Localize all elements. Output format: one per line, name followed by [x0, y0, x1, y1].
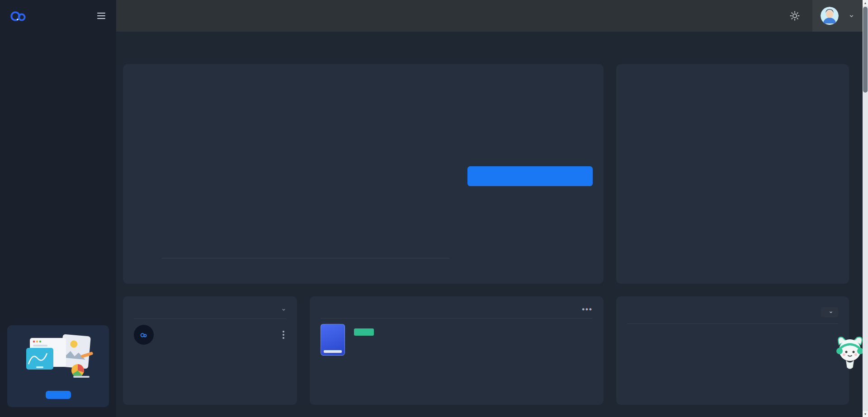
sales-bar-chart: [162, 109, 449, 273]
sales-rank-panel: [467, 91, 593, 273]
annual-sales-card: [123, 64, 604, 284]
theme-toggle-icon[interactable]: [790, 11, 800, 21]
card-api-call-stats: [616, 296, 849, 405]
scroll-up-icon[interactable]: ▲: [863, 0, 868, 6]
scrollbar-thumb[interactable]: [863, 7, 868, 93]
help-card: [7, 325, 109, 407]
ellipsis-menu-icon[interactable]: •••: [582, 307, 593, 312]
card-agent-ranking: [123, 296, 297, 405]
card-product-sales-ranking: •••: [310, 296, 604, 405]
scroll-down-icon[interactable]: ▼: [863, 411, 868, 417]
online-support-button[interactable]: [46, 391, 71, 399]
live2d-mascot[interactable]: [833, 331, 867, 371]
brand-header: [0, 0, 116, 32]
product-tag-badge: [354, 328, 374, 336]
api-date-filter[interactable]: [821, 307, 838, 317]
sidebar: [0, 0, 116, 417]
product-image: [321, 324, 345, 356]
activation-donut-chart: [688, 102, 778, 192]
help-illustration: [20, 331, 97, 380]
user-menu[interactable]: [812, 0, 868, 32]
agent-list-item[interactable]: [134, 325, 286, 345]
chevron-down-icon: [281, 307, 286, 312]
main-content: •••: [116, 32, 863, 417]
card-activation-status: [616, 64, 849, 284]
avatar: [821, 7, 839, 25]
sidebar-section-label: [0, 32, 116, 43]
view-more-button[interactable]: [467, 166, 593, 186]
chevron-down-icon: [849, 13, 854, 19]
topbar: [116, 0, 868, 32]
chevron-down-icon: [829, 310, 833, 314]
product-list-item[interactable]: [321, 324, 593, 356]
menu-toggle-icon[interactable]: [95, 11, 107, 21]
agent-store-logo: [134, 325, 154, 345]
kebab-menu-icon[interactable]: [281, 329, 286, 341]
cloud-logo-icon: [9, 9, 28, 23]
vertical-scrollbar[interactable]: ▲ ▼: [863, 0, 868, 417]
agent-level-filter[interactable]: [278, 307, 286, 312]
